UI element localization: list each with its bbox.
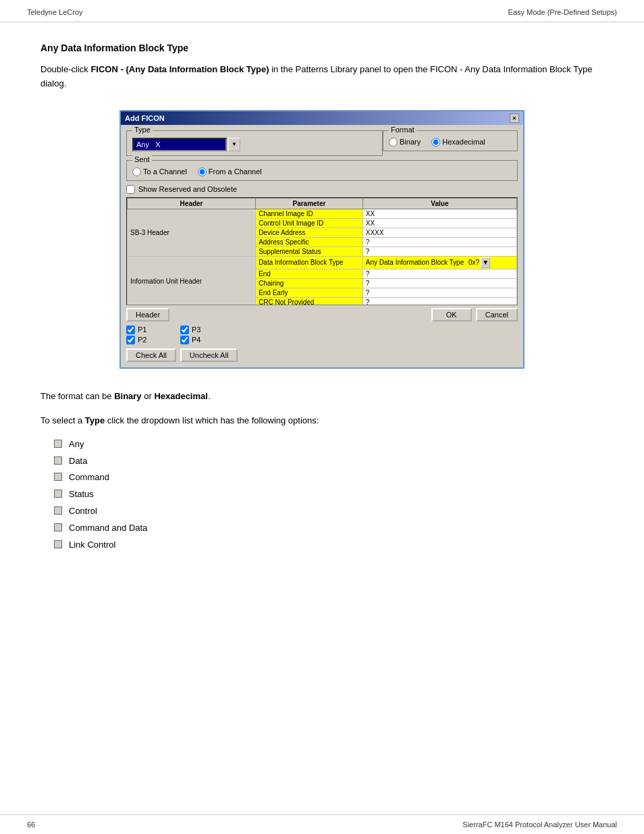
table-row: Information Unit Header Data Information… [128,256,517,269]
show-reserved-row: Show Reserved and Obsolete [126,185,518,194]
value-end: ? [363,269,516,278]
sent-from-channel-option[interactable]: From a Channel [198,167,262,176]
ok-cancel-group: OK Cancel [431,308,518,321]
data-info-dropdown-btn[interactable]: ▼ [481,257,490,268]
check-uncheck-row: Check All Uncheck All [126,348,518,362]
show-reserved-checkbox[interactable] [126,185,135,194]
col-header-header: Header [128,198,256,209]
list-item: Any [54,438,603,452]
p1-checkbox-item[interactable]: P1 [126,325,180,334]
param-chairing: Chairing [256,278,363,288]
type-dropdown-button[interactable]: ▼ [228,138,240,151]
param-supplemental-status: Supplemental Status [256,246,363,256]
param-control-unit-image-id: Control Unit Image ID [256,218,363,228]
list-bullet-icon [54,523,62,531]
value-device-address: XXXX [363,228,516,237]
p3-checkbox[interactable] [180,325,189,334]
dialog-titlebar: Add FICON × [121,111,523,125]
type-options-list: Any Data Command Status Control Command … [54,438,603,552]
add-ficon-dialog: Add FICON × Type Any X ▼ [119,110,525,369]
cancel-button[interactable]: Cancel [476,308,518,321]
p2-checkbox[interactable] [126,336,135,344]
section-title: Any Data Information Block Type [41,43,603,53]
format-hex-radio[interactable] [431,138,440,147]
sent-from-channel-label: From a Channel [209,167,262,176]
sent-to-channel-option[interactable]: To a Channel [132,167,187,176]
list-item: Data [54,454,603,469]
param-address-specific: Address Specific [256,237,363,246]
footer-right: SierraFC M164 Protocol Analyzer User Man… [462,820,617,829]
sent-from-channel-radio[interactable] [198,167,207,176]
uncheck-all-button[interactable]: Uncheck All [180,348,238,362]
value-control-unit-image-id: XX [363,218,516,228]
ok-button[interactable]: OK [431,308,472,321]
sb3-header-cell: SB-3 Header [128,209,256,256]
param-crc-not-provided: CRC Not Provided [256,297,363,305]
list-item: Link Control [54,538,603,552]
table-row: SB-3 Header Channel Image ID XX [128,209,517,218]
p2-checkbox-item[interactable]: P2 [126,336,180,344]
type-format-row: Type Any X ▼ Format Binary [126,130,518,160]
list-item: Command [54,471,603,485]
type-input[interactable]: Any X [132,138,227,151]
type-group-label: Type [132,126,153,134]
intro-text: Double-click FICON - (Any Data Informati… [41,63,603,91]
type-description: To select a Type click the dropdown list… [41,413,603,428]
header-left: Teledyne LeCroy [27,8,83,16]
p1-label: P1 [138,325,146,334]
dialog-action-row: Header OK Cancel [126,308,518,321]
format-hex-option[interactable]: Hexadecimal [431,138,485,147]
p4-checkbox-item[interactable]: P4 [180,336,234,344]
p1-checkbox[interactable] [126,325,135,334]
format-binary-radio[interactable] [389,138,398,147]
port-checkbox-grid: P1 P3 P2 P4 [126,325,518,344]
p3-label: P3 [192,325,200,334]
page-footer: 66 SierraFC M164 Protocol Analyzer User … [0,814,644,834]
list-bullet-icon [54,473,62,481]
format-binary-label: Binary [400,138,421,146]
p4-label: P4 [192,336,200,344]
p2-label: P2 [138,336,146,344]
p4-checkbox[interactable] [180,336,189,344]
format-binary-option[interactable]: Binary [389,138,421,147]
data-table-container: Header Parameter Value SB-3 Header Chann… [126,197,518,305]
format-description: The format can be Binary or Hexadecimal. [41,389,603,404]
value-data-info-block-type: Any Data Information Block Type 0x? ▼ [363,256,516,269]
header-button[interactable]: Header [126,308,169,321]
sent-radio-group: To a Channel From a Channel [132,167,512,176]
main-content: Any Data Information Block Type Double-c… [0,22,644,595]
type-select-row: Any X ▼ [132,138,377,151]
dialog-close-button[interactable]: × [510,113,519,123]
show-reserved-label: Show Reserved and Obsolete [138,185,237,193]
data-table: Header Parameter Value SB-3 Header Chann… [127,198,517,305]
sent-group-label: Sent [132,155,152,163]
sent-to-channel-label: To a Channel [143,167,187,176]
type-group: Type Any X ▼ [126,130,383,156]
format-group-label: Format [389,126,417,134]
page-header: Teledyne LeCroy Easy Mode (Pre-Defined S… [0,0,644,22]
footer-left: 66 [27,820,35,829]
list-bullet-icon [54,490,62,498]
format-group: Format Binary Hexadecimal [383,130,518,151]
check-all-button[interactable]: Check All [126,348,176,362]
sent-to-channel-radio[interactable] [132,167,141,176]
sent-group: Sent To a Channel From a Channel [126,160,518,181]
list-bullet-icon [54,506,62,515]
dialog-title: Add FICON [125,114,165,122]
list-item: Status [54,488,603,502]
param-channel-image-id: Channel Image ID [256,209,363,218]
header-right: Easy Mode (Pre-Defined Setups) [508,8,617,16]
list-bullet-icon [54,540,62,548]
value-address-specific: ? [363,237,516,246]
format-radio-group: Binary Hexadecimal [389,138,512,147]
list-bullet-icon [54,440,62,448]
p3-checkbox-item[interactable]: P3 [180,325,234,334]
value-channel-image-id: XX [363,209,516,218]
dialog-body: Type Any X ▼ Format Binary [121,125,523,367]
param-end-early: End Early [256,288,363,297]
intro-part1: Double-click [41,64,90,74]
list-bullet-icon [54,457,62,465]
info-unit-header-cell: Information Unit Header [128,256,256,305]
param-end: End [256,269,363,278]
intro-bold: FICON - (Any Data Information Block Type… [90,64,269,74]
